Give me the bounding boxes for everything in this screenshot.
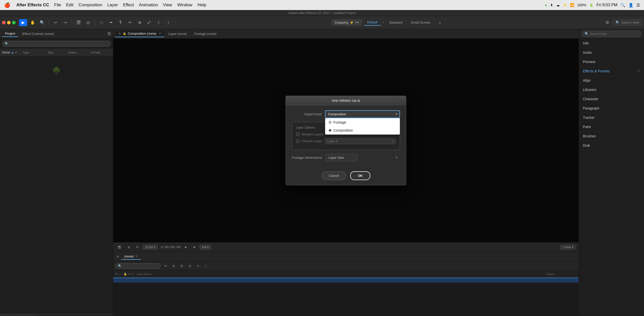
ae-icon: ⬇ bbox=[550, 3, 553, 7]
comp-btn[interactable]: 🖼 bbox=[19, 314, 25, 316]
puppet2-tool[interactable]: ⟩ bbox=[164, 19, 172, 26]
spotlight-icon[interactable]: 🔍 bbox=[620, 3, 625, 8]
tl-btn-3[interactable]: ⊞ bbox=[179, 263, 185, 269]
ok-button[interactable]: OK bbox=[350, 171, 370, 180]
cancel-button[interactable]: Cancel bbox=[321, 171, 346, 180]
panel-item-preview[interactable]: Preview bbox=[579, 57, 644, 67]
timeline-tab-none[interactable]: (none) ☰ bbox=[121, 253, 141, 260]
eraser-tool[interactable]: 🖊 bbox=[145, 19, 153, 26]
trash-btn[interactable]: 🗑 bbox=[28, 314, 34, 316]
panel-item-paint[interactable]: Paint bbox=[579, 122, 644, 132]
text-tool[interactable]: T bbox=[116, 19, 125, 26]
tab-project[interactable]: Project bbox=[2, 31, 18, 37]
col-header-frame[interactable]: Frame ... bbox=[68, 51, 91, 54]
view-count-dropdown[interactable]: 1 View ▾ bbox=[560, 245, 576, 249]
viewer-layout-btn[interactable]: ⊞ bbox=[135, 245, 140, 249]
dropdown-footage[interactable]: Footage bbox=[325, 118, 400, 126]
timeline-search-input[interactable] bbox=[115, 263, 160, 269]
menu-window[interactable]: Window bbox=[177, 3, 192, 8]
apple-menu[interactable]: 🍎 bbox=[4, 2, 10, 8]
puppet-tool[interactable]: ⟨ bbox=[155, 19, 163, 26]
menu-edit[interactable]: Edit bbox=[66, 3, 73, 8]
hand-tool[interactable]: ✋ bbox=[29, 19, 37, 26]
preview-btn[interactable]: ◎ bbox=[84, 19, 92, 26]
panel-item-tracker[interactable]: Tracker bbox=[579, 113, 644, 122]
viewer-camera-btn[interactable]: 📷 bbox=[116, 245, 123, 249]
menu-layer[interactable]: Layer bbox=[107, 3, 118, 8]
zoom-tool[interactable]: 🔍 bbox=[38, 19, 46, 26]
rect-tool[interactable]: □ bbox=[97, 19, 105, 26]
workspace-default[interactable]: Default bbox=[364, 19, 381, 26]
pen-tool[interactable]: ✒ bbox=[107, 19, 115, 26]
menu-view[interactable]: View bbox=[163, 3, 172, 8]
camera-tool[interactable]: 🎬 bbox=[74, 19, 83, 26]
comp-tab-composition[interactable]: ✕ 🔒 Composition (none) ☰ bbox=[115, 31, 164, 37]
panel-item-align[interactable]: Align bbox=[579, 76, 644, 85]
footage-new-btn[interactable]: ⊞ bbox=[2, 314, 8, 316]
project-search-input[interactable] bbox=[10, 42, 108, 45]
quality-dropdown[interactable]: Full ▾ bbox=[199, 245, 211, 249]
workspace-standard[interactable]: Standard bbox=[386, 20, 406, 25]
comp-tab-footage[interactable]: Footage (none) bbox=[191, 31, 219, 37]
minimize-btn[interactable] bbox=[7, 21, 11, 24]
panel-item-character[interactable]: Character bbox=[579, 94, 644, 104]
comp-tab-menu[interactable]: ☰ bbox=[159, 32, 161, 35]
user-icon[interactable]: 👤 bbox=[628, 3, 633, 8]
maximize-btn[interactable] bbox=[12, 21, 16, 24]
play-btn[interactable]: ▶ bbox=[183, 245, 188, 249]
col-header-size[interactable]: Size bbox=[48, 51, 68, 54]
stamp-tool[interactable]: ⊕ bbox=[136, 19, 144, 26]
timeline-tab-menu[interactable]: ☰ bbox=[135, 255, 138, 258]
brush-tool[interactable]: ✏ bbox=[126, 19, 134, 26]
menu-composition[interactable]: Composition bbox=[78, 3, 102, 8]
panel-menu-icon[interactable]: ☰ bbox=[107, 31, 111, 36]
col-header-name[interactable]: Name ▲ 🏷 bbox=[2, 51, 23, 54]
panel-item-libraries[interactable]: Libraries bbox=[579, 85, 644, 94]
menu-animation[interactable]: Animation bbox=[139, 3, 158, 8]
choose-layer-select[interactable]: Layer 3 bbox=[325, 138, 396, 144]
folder-btn[interactable]: 📁 bbox=[11, 314, 17, 316]
zoom-dropdown[interactable]: 12.5% ▾ bbox=[143, 245, 158, 249]
frame-back-btn[interactable]: ◀ bbox=[191, 245, 196, 249]
ruler-playhead-bar[interactable] bbox=[113, 278, 579, 283]
menu-help[interactable]: Help bbox=[197, 3, 206, 8]
more-workspaces-btn[interactable]: » bbox=[436, 19, 444, 26]
panel-item-paragraph[interactable]: Paragraph bbox=[579, 104, 644, 113]
app-name[interactable]: After Effects CC bbox=[16, 3, 49, 8]
col-header-type[interactable]: Type bbox=[23, 51, 48, 54]
notification-icon[interactable]: ☰ bbox=[636, 3, 640, 8]
panel-item-info[interactable]: Info bbox=[579, 39, 644, 48]
close-btn[interactable] bbox=[2, 21, 6, 24]
search-help-input[interactable] bbox=[590, 32, 638, 36]
settings-btn[interactable]: ⚙ bbox=[603, 19, 611, 26]
import-kind-select[interactable]: Composition Footage bbox=[325, 110, 400, 118]
timeline-close-btn[interactable]: ✕ bbox=[115, 254, 120, 260]
undo-btn[interactable]: ↩ bbox=[52, 19, 60, 26]
snapping-button[interactable]: Snapping ⚡ ✦✦ bbox=[332, 20, 362, 25]
panel-item-brushes[interactable]: Brushes bbox=[579, 132, 644, 141]
choose-layer-radio[interactable] bbox=[296, 139, 300, 143]
col-header-inpoint[interactable]: In Point bbox=[91, 51, 111, 54]
tl-btn-5[interactable]: ⊙ bbox=[195, 263, 201, 269]
redo-btn[interactable]: ↪ bbox=[61, 19, 69, 26]
viewer-monitor-btn[interactable]: 🖥 bbox=[126, 245, 132, 249]
left-panel-tabs: Project Effect Controls (none) ☰ bbox=[0, 29, 113, 39]
effects-menu-icon[interactable]: ☰ bbox=[637, 69, 640, 73]
tl-btn-2[interactable]: ⊕ bbox=[171, 263, 177, 269]
tl-btn-6[interactable]: □ bbox=[203, 263, 209, 269]
tl-btn-4[interactable]: ◎ bbox=[187, 263, 193, 269]
comp-tab-layer[interactable]: Layer (none) bbox=[165, 31, 190, 37]
selection-tool[interactable]: ▶ bbox=[19, 19, 27, 26]
merged-layers-radio[interactable] bbox=[296, 132, 300, 136]
menu-effect[interactable]: Effect bbox=[123, 3, 134, 8]
tab-effect-controls[interactable]: Effect Controls (none) bbox=[19, 31, 57, 37]
panel-item-effects[interactable]: Effects & Presets ☰ bbox=[579, 67, 644, 76]
footage-dim-select[interactable]: Layer Size Document Size bbox=[326, 154, 357, 161]
tl-btn-1[interactable]: ⇌ bbox=[163, 263, 169, 269]
panel-item-duik[interactable]: Duik bbox=[579, 141, 644, 150]
panel-item-audio[interactable]: Audio bbox=[579, 48, 644, 57]
workspace-small[interactable]: Small Screen bbox=[408, 20, 434, 25]
comp-close-icon[interactable]: ✕ bbox=[118, 32, 121, 36]
menu-file[interactable]: File bbox=[54, 3, 61, 8]
dropdown-composition[interactable]: Composition bbox=[325, 126, 400, 134]
